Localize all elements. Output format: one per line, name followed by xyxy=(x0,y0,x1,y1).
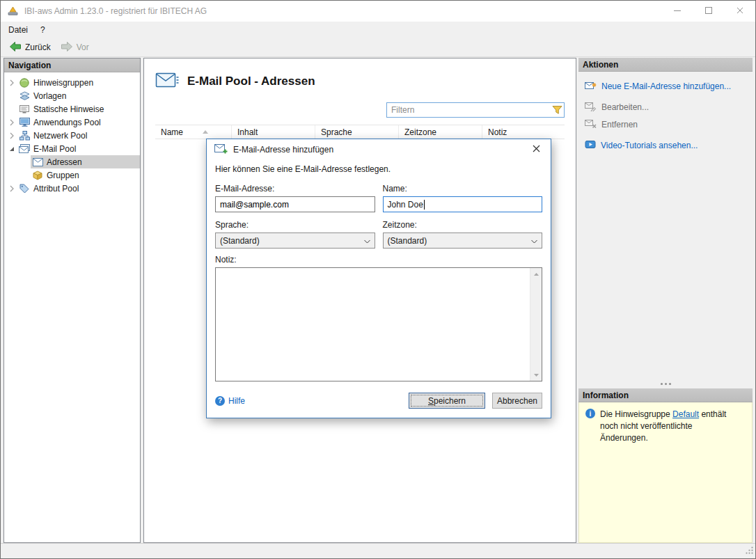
information-panel: Information i Die Hinweisgruppe Default … xyxy=(578,379,753,543)
tree-item-gruppen[interactable]: Gruppen xyxy=(4,168,140,182)
back-button[interactable]: Zurück xyxy=(4,39,56,56)
envelope-icon xyxy=(32,157,43,168)
status-bar xyxy=(1,543,755,558)
titlebar[interactable]: IBI-aws Admin 1.23.0 - registriert für I… xyxy=(1,1,755,22)
scroll-up-button[interactable] xyxy=(530,268,542,280)
column-header-zeitzone[interactable]: Zeitzone xyxy=(399,125,482,139)
app-window: IBI-aws Admin 1.23.0 - registriert für I… xyxy=(0,0,756,559)
video-icon xyxy=(585,139,596,152)
remove-icon xyxy=(585,118,597,131)
column-label: Sprache xyxy=(321,127,352,137)
action-video-tutorials[interactable]: Video-Tutorials ansehen... xyxy=(585,139,746,152)
close-icon xyxy=(533,145,540,155)
scrollbar[interactable] xyxy=(530,268,542,381)
tree-item-adressen[interactable]: Adressen xyxy=(4,155,140,168)
text-caret xyxy=(424,200,425,210)
info-message-prefix: Die Hinweisgruppe xyxy=(600,409,672,419)
note-label: Notiz: xyxy=(215,255,542,265)
column-header-name[interactable]: Name xyxy=(155,125,232,139)
table-header: Name Inhalt Sprache Zeitzone Notiz xyxy=(155,125,565,139)
maximize-button[interactable] xyxy=(693,1,724,22)
chevron-down-icon xyxy=(531,236,537,246)
column-label: Name xyxy=(161,127,183,137)
splitter-handle[interactable] xyxy=(578,379,753,388)
info-icon: i xyxy=(585,409,595,418)
chevron-right-icon[interactable] xyxy=(6,117,17,128)
menu-item-datei[interactable]: Datei xyxy=(2,23,34,37)
tree-item-label: Gruppen xyxy=(47,171,79,180)
forward-arrow-icon xyxy=(61,41,73,54)
filter-box xyxy=(386,102,565,118)
email-pool-icon xyxy=(19,143,30,155)
column-header-notiz[interactable]: Notiz xyxy=(482,125,565,139)
chevron-expanded-icon[interactable] xyxy=(6,143,17,155)
navigation-panel: Navigation Hinweisgruppen Vorlagen Stati… xyxy=(3,58,141,543)
tree-item-email-pool[interactable]: E-Mail Pool xyxy=(4,142,140,155)
action-label: Bearbeiten... xyxy=(601,102,649,112)
action-add-email[interactable]: Neue E-Mail-Adresse hinzufügen... xyxy=(585,80,746,93)
action-label: Entfernen xyxy=(601,120,638,129)
cancel-label: Abbrechen xyxy=(497,396,537,406)
filter-input[interactable] xyxy=(387,105,550,115)
email-header-icon xyxy=(155,71,179,91)
name-input-value: John Doe xyxy=(388,200,423,210)
default-link[interactable]: Default xyxy=(672,409,699,419)
add-email-dialog: E-Mail-Adresse hinzufügen Hier können Si… xyxy=(206,139,551,418)
information-header: Information xyxy=(578,388,753,402)
note-textarea[interactable] xyxy=(215,267,542,381)
column-label: Inhalt xyxy=(237,127,258,137)
help-link[interactable]: ? Hilfe xyxy=(215,396,245,406)
chevron-right-icon[interactable] xyxy=(6,77,17,88)
timezone-select[interactable]: (Standard) xyxy=(383,233,543,249)
save-label: peichern xyxy=(434,396,466,406)
navigation-header: Navigation xyxy=(4,58,140,72)
cancel-button[interactable]: Abbrechen xyxy=(492,393,542,409)
chevron-right-icon[interactable] xyxy=(6,130,17,141)
save-button[interactable]: Speichern xyxy=(409,393,485,409)
forward-button[interactable]: Vor xyxy=(56,39,94,56)
page-title: E-Mail Pool - Adressen xyxy=(187,74,315,88)
scroll-down-button[interactable] xyxy=(530,369,542,381)
filter-funnel-icon[interactable] xyxy=(550,105,564,115)
language-select[interactable]: (Standard) xyxy=(215,233,375,249)
language-value: (Standard) xyxy=(220,236,260,246)
name-input[interactable]: John Doe xyxy=(383,196,543,212)
info-box: i Die Hinweisgruppe Default enthält noch… xyxy=(578,402,753,543)
chevron-spacer xyxy=(6,104,17,115)
tree-item-vorlagen[interactable]: Vorlagen xyxy=(4,89,140,102)
window-title: IBI-aws Admin 1.23.0 - registriert für I… xyxy=(24,6,207,16)
tree-item-attribut-pool[interactable]: Attribut Pool xyxy=(4,182,140,195)
chevron-right-icon[interactable] xyxy=(6,183,17,194)
actions-header: Aktionen xyxy=(578,58,753,72)
package-icon xyxy=(32,170,43,181)
notice-groups-icon xyxy=(19,77,30,88)
action-label: Neue E-Mail-Adresse hinzufügen... xyxy=(601,81,731,91)
resize-grip[interactable] xyxy=(745,546,754,557)
chevron-down-icon xyxy=(364,236,370,246)
dialog-close-button[interactable] xyxy=(521,139,551,160)
close-button[interactable] xyxy=(724,1,755,22)
edit-icon xyxy=(585,101,597,113)
tree-item-label: Anwendungs Pool xyxy=(33,118,101,127)
email-input[interactable] xyxy=(215,196,375,212)
templates-icon xyxy=(19,90,30,102)
tree-item-netzwerk-pool[interactable]: Netzwerk Pool xyxy=(4,129,140,142)
action-edit[interactable]: Bearbeiten... xyxy=(585,101,746,113)
column-header-sprache[interactable]: Sprache xyxy=(315,125,399,139)
tree-item-hinweisgruppen[interactable]: Hinweisgruppen xyxy=(4,76,140,89)
action-remove[interactable]: Entfernen xyxy=(585,118,746,131)
add-email-icon xyxy=(585,80,597,93)
menu-item-help[interactable]: ? xyxy=(34,23,52,37)
back-arrow-icon xyxy=(9,41,22,54)
tree-item-statische-hinweise[interactable]: Statische Hinweise xyxy=(4,102,140,116)
help-label: Hilfe xyxy=(228,396,245,406)
language-label: Sprache: xyxy=(215,220,375,230)
tree-item-anwendungs-pool[interactable]: Anwendungs Pool xyxy=(4,116,140,129)
timezone-label: Zeitzone: xyxy=(383,220,543,230)
column-header-inhalt[interactable]: Inhalt xyxy=(232,125,315,139)
dialog-titlebar[interactable]: E-Mail-Adresse hinzufügen xyxy=(207,139,551,160)
minimize-button[interactable] xyxy=(661,1,693,22)
tree-item-label: Hinweisgruppen xyxy=(33,78,93,88)
applications-icon xyxy=(19,117,30,128)
tree-item-label: Statische Hinweise xyxy=(33,104,104,114)
